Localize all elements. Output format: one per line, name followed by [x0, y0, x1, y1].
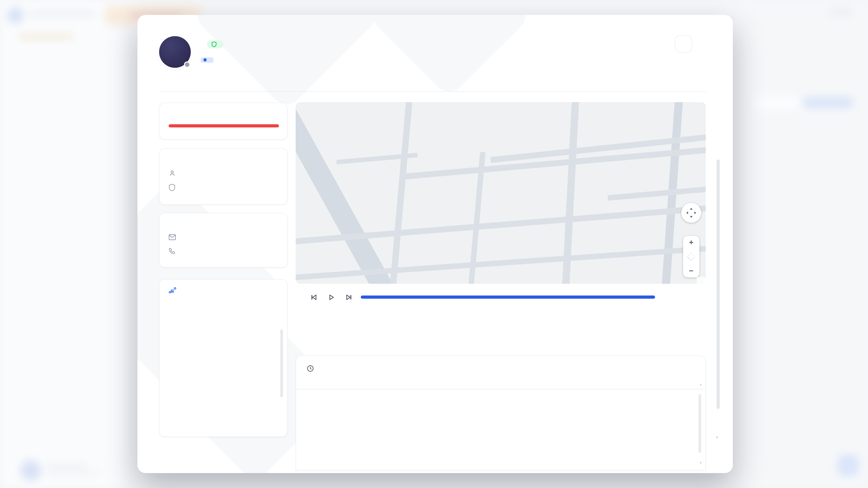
map-zoom-control: + − [683, 236, 700, 278]
zoom-out-button[interactable]: − [689, 267, 693, 275]
skip-end-icon [346, 295, 352, 300]
role-badge [207, 40, 223, 48]
watermark-shape [191, 15, 383, 111]
scroll-up-icon[interactable]: ▴ [700, 382, 702, 386]
playback-bar [296, 290, 706, 305]
skip-start-icon [311, 295, 316, 300]
shield-icon [212, 41, 217, 47]
playback-slider[interactable] [361, 295, 655, 299]
screen: + − [0, 0, 868, 488]
scroll-down-icon[interactable]: ▾ [716, 435, 718, 440]
tab-bar [159, 72, 706, 92]
progress-bar [168, 124, 279, 127]
more-options-button[interactable] [675, 35, 692, 53]
mail-icon [168, 234, 176, 240]
progress-bar-fill [168, 124, 279, 127]
pan-arrows-icon [685, 207, 697, 219]
shifts-scrollbar[interactable] [280, 329, 283, 397]
guard-profile-modal: + − [137, 15, 733, 473]
person-icon [168, 169, 176, 177]
shifts-list [160, 322, 283, 432]
shield-icon [168, 184, 176, 191]
timeline-card: ▴ ▾ [296, 356, 706, 470]
timeline-scrollbar[interactable] [699, 394, 701, 453]
movement-map[interactable]: + − [296, 102, 706, 284]
status-badge [201, 57, 213, 63]
zoom-slider-handle[interactable] [687, 253, 695, 260]
shifts-card [159, 279, 287, 437]
timeline-header-row [296, 378, 705, 390]
skip-to-start-button[interactable] [308, 292, 319, 302]
status-dot-icon [204, 58, 207, 61]
map-pan-control[interactable] [681, 203, 701, 223]
map-attribution [697, 277, 706, 284]
profile-completeness-card [159, 103, 287, 140]
about-card [159, 148, 287, 205]
close-button[interactable] [699, 38, 711, 50]
modal-scrollbar[interactable] [717, 160, 720, 409]
skip-to-end-button[interactable] [344, 292, 354, 302]
patrol-route [296, 102, 706, 284]
contacts-card [159, 213, 287, 267]
clock-icon [307, 365, 314, 372]
calendar-next-button[interactable] [271, 301, 281, 311]
zoom-in-button[interactable]: + [689, 238, 693, 246]
play-icon [329, 295, 334, 300]
route-icon [168, 287, 176, 294]
calendar-prev-button[interactable] [166, 301, 176, 311]
play-button[interactable] [326, 292, 337, 302]
avatar-status-dot [184, 61, 190, 68]
phone-icon [168, 248, 176, 254]
scroll-down-icon[interactable]: ▾ [700, 461, 702, 465]
